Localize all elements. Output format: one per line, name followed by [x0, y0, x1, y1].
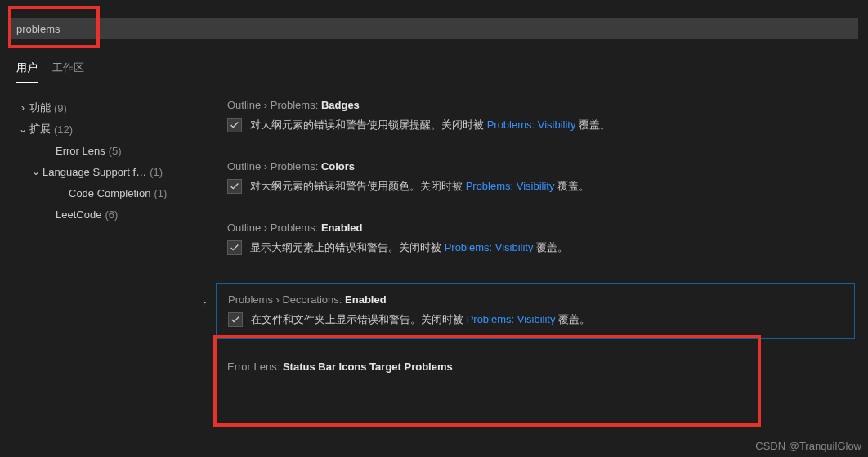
setting-description: 对大纲元素的错误和警告使用颜色。关闭时被 Problems: Visibilit…: [250, 179, 589, 194]
tree-item-count: (1): [154, 187, 167, 199]
tree-item-count: (12): [54, 123, 73, 136]
setting-path: Outline › Problems:: [227, 160, 321, 172]
gear-icon[interactable]: [204, 295, 207, 311]
setting-problems-decorations-enabled: Problems › Decorations: Enabled 在文件和文件夹上…: [227, 283, 855, 339]
check-icon: [229, 119, 240, 131]
setting-description: 在文件和文件夹上显示错误和警告。关闭时被 Problems: Visibilit…: [251, 312, 590, 327]
setting-description: 对大纲元素的错误和警告使用锁屏提醒。关闭时被 Problems: Visibil…: [250, 118, 611, 132]
setting-title: Error Lens: Status Bar Icons Target Prob…: [227, 361, 855, 373]
check-icon: [229, 181, 240, 192]
tree-item-label: Language Support f…: [43, 166, 146, 178]
setting-path: Error Lens:: [227, 361, 283, 373]
tree-item-label: Code Completion: [69, 187, 150, 199]
watermark-text: CSDN @TranquilGlow: [755, 440, 861, 452]
settings-scope-tabs: 用户 工作区: [16, 56, 868, 83]
setting-body: 对大纲元素的错误和警告使用颜色。关闭时被 Problems: Visibilit…: [227, 179, 855, 194]
tree-item-features[interactable]: › 功能 (9): [16, 97, 199, 119]
setting-body: 在文件和文件夹上显示错误和警告。关闭时被 Problems: Visibilit…: [228, 312, 843, 327]
tree-item-label: Error Lens: [56, 145, 105, 157]
setting-title: Problems › Decorations: Enabled: [228, 293, 843, 306]
setting-title: Outline › Problems: Colors: [227, 160, 855, 172]
tree-item-extensions[interactable]: ⌄ 扩展 (12): [16, 119, 199, 140]
tree-item-code-completion[interactable]: Code Completion (1): [16, 182, 199, 204]
setting-errorlens-statusbar: Error Lens: Status Bar Icons Target Prob…: [227, 361, 855, 373]
tab-workspace[interactable]: 工作区: [52, 56, 84, 83]
tree-item-label: LeetCode: [56, 208, 101, 221]
setting-name: Status Bar Icons Target Problems: [283, 361, 453, 373]
chevron-down-icon: ⌄: [16, 123, 29, 135]
main-pane: › 功能 (9) ⌄ 扩展 (12) Error Lens (5) ⌄ Lang…: [0, 91, 868, 450]
settings-content: Outline › Problems: Badges 对大纲元素的错误和警告使用…: [204, 91, 868, 450]
setting-name: Enabled: [321, 222, 363, 234]
settings-tree: › 功能 (9) ⌄ 扩展 (12) Error Lens (5) ⌄ Lang…: [0, 91, 204, 450]
setting-path: Outline › Problems:: [227, 99, 321, 111]
check-icon: [230, 314, 241, 325]
setting-description: 显示大纲元素上的错误和警告。关闭时被 Problems: Visibility …: [250, 240, 568, 255]
chevron-right-icon: ›: [16, 102, 29, 114]
desc-text: 覆盖。: [575, 119, 611, 131]
highlighted-setting: Problems › Decorations: Enabled 在文件和文件夹上…: [216, 283, 855, 339]
setting-name: Badges: [321, 99, 360, 111]
checkbox[interactable]: [227, 179, 242, 194]
setting-body: 对大纲元素的错误和警告使用锁屏提醒。关闭时被 Problems: Visibil…: [227, 118, 855, 132]
tree-item-label: 功能: [29, 101, 51, 115]
tab-user[interactable]: 用户: [16, 56, 38, 83]
setting-outline-enabled: Outline › Problems: Enabled 显示大纲元素上的错误和警…: [227, 222, 855, 255]
settings-link[interactable]: Problems: Visibility: [466, 180, 555, 192]
settings-link[interactable]: Problems: Visibility: [445, 241, 534, 253]
tree-item-count: (1): [150, 166, 163, 178]
settings-link[interactable]: Problems: Visibility: [487, 119, 576, 131]
settings-link[interactable]: Problems: Visibility: [467, 313, 556, 325]
desc-text: 覆盖。: [533, 241, 568, 253]
settings-search-input[interactable]: problems: [10, 18, 858, 39]
setting-title: Outline › Problems: Badges: [227, 99, 855, 111]
setting-title: Outline › Problems: Enabled: [227, 222, 855, 234]
desc-text: 显示大纲元素上的错误和警告。关闭时被: [250, 241, 445, 253]
setting-path: Problems › Decorations:: [228, 293, 345, 306]
tree-item-leetcode[interactable]: LeetCode (6): [16, 204, 199, 225]
checkbox[interactable]: [227, 240, 242, 255]
tree-item-language-support[interactable]: ⌄ Language Support f… (1): [16, 161, 199, 182]
search-input-text: problems: [16, 23, 60, 35]
setting-name: Enabled: [345, 293, 387, 306]
setting-body: 显示大纲元素上的错误和警告。关闭时被 Problems: Visibility …: [227, 240, 855, 255]
desc-text: 对大纲元素的错误和警告使用颜色。关闭时被: [250, 180, 466, 192]
desc-text: 对大纲元素的错误和警告使用锁屏提醒。关闭时被: [250, 119, 487, 131]
setting-outline-badges: Outline › Problems: Badges 对大纲元素的错误和警告使用…: [227, 99, 855, 132]
setting-outline-colors: Outline › Problems: Colors 对大纲元素的错误和警告使用…: [227, 160, 855, 194]
desc-text: 在文件和文件夹上显示错误和警告。关闭时被: [251, 313, 467, 325]
chevron-down-icon: ⌄: [29, 166, 43, 177]
desc-text: 覆盖。: [554, 180, 589, 192]
tree-item-count: (9): [54, 102, 67, 114]
setting-name: Colors: [321, 160, 355, 172]
desc-text: 覆盖。: [555, 313, 590, 325]
tree-item-count: (6): [105, 208, 118, 221]
check-icon: [229, 242, 240, 253]
tree-item-count: (5): [109, 145, 122, 157]
checkbox[interactable]: [228, 312, 243, 327]
setting-path: Outline › Problems:: [227, 222, 321, 234]
tree-item-label: 扩展: [29, 122, 51, 137]
tree-item-errorlens[interactable]: Error Lens (5): [16, 140, 199, 161]
checkbox[interactable]: [227, 118, 242, 132]
